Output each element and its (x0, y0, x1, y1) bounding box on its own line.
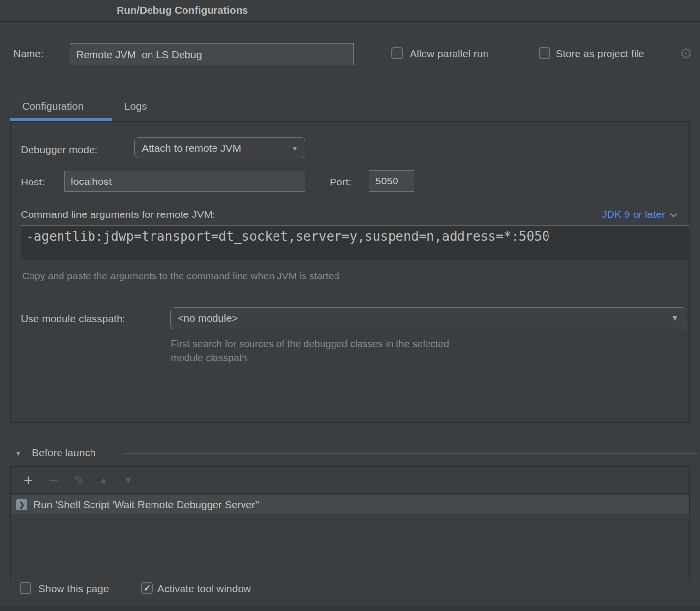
allow-parallel-checkbox[interactable] (391, 47, 403, 59)
tab-logs[interactable]: Logs (124, 100, 147, 112)
module-classpath-value: <no module> (178, 312, 238, 324)
module-classpath-label: Use module classpath: (21, 313, 125, 325)
tab-configuration[interactable]: Configuration (22, 100, 84, 112)
move-down-button[interactable]: ▼ (120, 475, 137, 486)
name-input[interactable] (70, 43, 354, 65)
debugger-mode-value: Attach to remote JVM (142, 142, 241, 154)
host-input[interactable] (64, 171, 305, 192)
module-classpath-hint-line2: module classpath (171, 352, 247, 364)
before-launch-divider (123, 453, 697, 454)
gear-glyph: ⚙ (679, 45, 693, 61)
checkmark-icon: ✓ (143, 583, 151, 594)
chevron-down-icon: ▼ (291, 145, 298, 152)
move-up-button[interactable]: ▲ (95, 475, 112, 486)
module-classpath-select[interactable]: <no module> ▼ (170, 307, 686, 329)
remove-button[interactable]: − (45, 471, 62, 489)
activate-tool-window-checkbox[interactable]: ✓ (141, 582, 153, 594)
before-launch-title: Before launch (32, 447, 96, 458)
cmd-args-label: Command line arguments for remote JVM: (21, 209, 215, 220)
store-project-label[interactable]: Store as project file (556, 48, 644, 60)
before-launch-task-row[interactable]: ❯ Run 'Shell Script 'Wait Remote Debugge… (11, 495, 689, 514)
edit-button[interactable]: ✎ (71, 473, 88, 488)
jdk-version-link: JDK 9 or later (602, 209, 665, 220)
before-launch-collapse-icon[interactable]: ▼ (15, 449, 22, 457)
port-input[interactable] (369, 170, 414, 192)
before-launch-task-label: Run 'Shell Script 'Wait Remote Debugger … (33, 499, 259, 511)
allow-parallel-label[interactable]: Allow parallel run (410, 48, 488, 60)
dialog-titlebar: Run/Debug Configurations (0, 0, 700, 22)
cmd-args-field[interactable]: -agentlib:jdwp=transport=dt_socket,serve… (21, 225, 690, 260)
chevron-down-icon: ▼ (671, 314, 679, 322)
add-button[interactable]: + (20, 471, 36, 489)
port-label: Port: (330, 176, 351, 188)
name-label: Name: (13, 48, 44, 60)
dialog-bottom-strip (0, 606, 700, 611)
shell-script-run-icon: ❯ (16, 499, 27, 510)
dialog-title: Run/Debug Configurations (117, 0, 248, 21)
debugger-mode-label: Debugger mode: (21, 144, 97, 155)
chevron-down-icon (670, 210, 678, 217)
before-launch-toolbar: + − ✎ ▲ ▼ (11, 467, 689, 494)
host-label: Host: (21, 176, 45, 188)
run-chevron-glyph: ❯ (19, 501, 25, 509)
debugger-mode-select[interactable]: Attach to remote JVM ▼ (134, 137, 305, 158)
jdk-version-dropdown[interactable]: JDK 9 or later (602, 209, 675, 220)
before-launch-panel: + − ✎ ▲ ▼ ❯ Run 'Shell Script 'Wait Remo… (10, 466, 690, 580)
store-project-checkbox[interactable] (539, 47, 550, 59)
show-this-page-label[interactable]: Show this page (38, 583, 109, 595)
activate-tool-window-label[interactable]: Activate tool window (157, 583, 251, 595)
cmd-args-hint: Copy and paste the arguments to the comm… (22, 271, 339, 282)
configuration-panel: Debugger mode: Attach to remote JVM ▼ Ho… (10, 121, 690, 423)
module-classpath-hint-line1: First search for sources of the debugged… (171, 338, 449, 350)
show-this-page-checkbox[interactable] (20, 582, 31, 594)
gear-icon[interactable]: ⚙ ▾ (679, 46, 700, 61)
